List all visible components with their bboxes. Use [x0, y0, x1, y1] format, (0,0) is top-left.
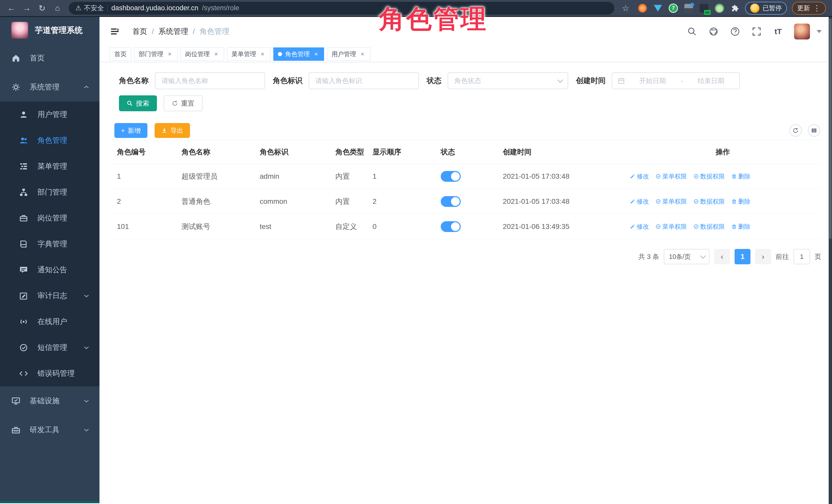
edit-link[interactable]: 修改: [630, 197, 649, 206]
sidebar-item-menus[interactable]: 菜单管理: [0, 153, 100, 179]
page-content: 角色名称 角色标识 状态 角色状态 创建时间 开始日期 - 结束日期: [100, 62, 832, 503]
next-page-button[interactable]: ›: [755, 249, 771, 264]
font-size-button[interactable]: tT: [773, 26, 784, 37]
delete-link[interactable]: 删除: [731, 222, 751, 231]
github-link-button[interactable]: [708, 26, 719, 37]
tab-menus[interactable]: 菜单管理 ×: [227, 47, 270, 61]
extension-gem-button[interactable]: [653, 3, 663, 13]
sidebar-item-dev-tools[interactable]: 研发工具: [0, 415, 100, 444]
help-button[interactable]: [729, 26, 741, 37]
scrollbar-thumb[interactable]: [829, 19, 831, 239]
extension-orange-button[interactable]: [638, 3, 648, 13]
menu-permission-link[interactable]: 菜单权限: [656, 222, 687, 231]
delete-link[interactable]: 删除: [731, 197, 751, 206]
edit-link[interactable]: 修改: [630, 222, 649, 231]
user-avatar[interactable]: [794, 24, 810, 39]
gear-icon: [11, 83, 21, 91]
extension-switch-button[interactable]: on: [699, 3, 709, 13]
delete-link[interactable]: 删除: [731, 172, 751, 181]
close-icon[interactable]: ×: [313, 51, 319, 57]
breadcrumb-system[interactable]: 系统管理: [158, 26, 188, 37]
extensions-menu-button[interactable]: [730, 3, 740, 13]
sidebar-item-home[interactable]: 首页: [0, 44, 100, 73]
sidebar-item-users[interactable]: 用户管理: [0, 102, 100, 127]
sidebar-item-roles[interactable]: 角色管理: [0, 127, 100, 153]
sidebar-item-online-users[interactable]: 在线用户: [0, 309, 100, 335]
menu-permission-link[interactable]: 菜单权限: [656, 197, 687, 206]
browser-forward-button[interactable]: →: [20, 2, 33, 15]
status-toggle[interactable]: [441, 171, 461, 182]
goto-page-input[interactable]: [794, 249, 810, 264]
breadcrumb-home[interactable]: 首页: [132, 26, 147, 37]
export-button[interactable]: 导出: [155, 123, 190, 138]
fullscreen-button[interactable]: [751, 26, 762, 37]
search-button[interactable]: 搜索: [119, 96, 157, 111]
data-permission-link[interactable]: 数据权限: [694, 172, 725, 181]
reset-button-label: 重置: [181, 99, 194, 108]
filter-actions: 搜索 重置: [119, 96, 822, 111]
data-permission-link[interactable]: 数据权限: [694, 197, 725, 206]
trash-icon: [731, 174, 737, 179]
sidebar-item-audit-log[interactable]: 审计日志: [0, 283, 100, 309]
tab-roles[interactable]: 角色管理 ×: [273, 47, 324, 61]
role-name-input[interactable]: [155, 72, 265, 89]
browser-reload-button[interactable]: ↻: [35, 2, 49, 15]
close-icon[interactable]: ×: [359, 51, 366, 57]
column-settings-button[interactable]: [808, 124, 820, 137]
tab-departments[interactable]: 部门管理 ×: [134, 47, 178, 61]
tab-home[interactable]: 首页: [110, 47, 131, 61]
status-toggle[interactable]: [441, 221, 461, 232]
sidebar-item-departments[interactable]: 部门管理: [0, 179, 100, 205]
address-bar[interactable]: ⚠ 不安全 dashboard.yudao.iocoder.cn/system/…: [69, 2, 614, 15]
sidebar-logo[interactable]: 芋道管理系统: [0, 17, 100, 44]
close-icon[interactable]: ×: [213, 51, 219, 57]
header-search-button[interactable]: [686, 26, 698, 37]
browser-profile-chip[interactable]: 已暂停: [745, 2, 787, 15]
role-key-input[interactable]: [309, 72, 419, 89]
browser-scrollbar[interactable]: [829, 17, 832, 504]
close-icon[interactable]: ×: [259, 51, 266, 57]
sidebar-item-infrastructure[interactable]: 基础设施: [0, 386, 100, 415]
extension-green-button[interactable]: 7: [668, 3, 678, 13]
prev-page-button[interactable]: ‹: [714, 249, 730, 264]
tab-label: 首页: [114, 50, 127, 58]
sidebar-item-sms[interactable]: 短信管理: [0, 335, 100, 361]
refresh-table-button[interactable]: [789, 124, 802, 137]
bookmark-star-button[interactable]: ☆: [619, 2, 632, 15]
browser-back-button[interactable]: ←: [5, 2, 18, 15]
browser-home-button[interactable]: ⌂: [51, 2, 64, 15]
user-menu-caret-icon[interactable]: [816, 30, 822, 33]
sidebar-item-announcements[interactable]: 通知公告: [0, 257, 100, 283]
duo-extension-icon: [684, 4, 693, 12]
menu-permission-label: 菜单权限: [662, 222, 687, 231]
sidebar-toggle-button[interactable]: [109, 26, 121, 37]
extension-monkey-button[interactable]: [714, 3, 725, 13]
sidebar-item-posts[interactable]: 岗位管理: [0, 205, 100, 231]
menu-permission-link[interactable]: 菜单权限: [656, 172, 687, 181]
close-icon[interactable]: ×: [166, 51, 173, 57]
page-1-button[interactable]: 1: [734, 249, 751, 264]
add-button[interactable]: + 新增: [114, 123, 148, 138]
status-select[interactable]: 角色状态: [448, 72, 568, 89]
url-host: dashboard.yudao.iocoder.cn: [111, 4, 198, 12]
header-role-key: 角色标识: [257, 140, 333, 164]
sidebar-item-label: 研发工具: [30, 425, 59, 435]
reset-button[interactable]: 重置: [163, 96, 203, 111]
data-permission-link[interactable]: 数据权限: [694, 222, 725, 231]
fullscreen-icon: [752, 27, 761, 36]
security-warning[interactable]: ⚠ 不安全: [75, 4, 104, 12]
date-range-picker[interactable]: 开始日期 - 结束日期: [612, 72, 740, 89]
sidebar: 芋道管理系统 首页 系统管理 用户管理: [0, 17, 100, 503]
sidebar-item-dictionary[interactable]: 字典管理: [0, 231, 100, 257]
extension-duo-button[interactable]: [683, 3, 694, 13]
sidebar-item-error-codes[interactable]: 错误码管理: [0, 361, 100, 386]
page-size-select[interactable]: 10条/页: [664, 249, 709, 264]
url-path: /system/role: [202, 4, 239, 12]
edit-link[interactable]: 修改: [630, 172, 649, 181]
browser-update-chip[interactable]: 更新 ⋮: [792, 2, 826, 15]
status-toggle[interactable]: [441, 196, 461, 207]
chevron-down-icon: [700, 253, 706, 259]
tab-posts[interactable]: 岗位管理 ×: [181, 47, 224, 61]
tab-users[interactable]: 用户管理 ×: [327, 47, 370, 61]
sidebar-item-system[interactable]: 系统管理: [0, 73, 100, 102]
